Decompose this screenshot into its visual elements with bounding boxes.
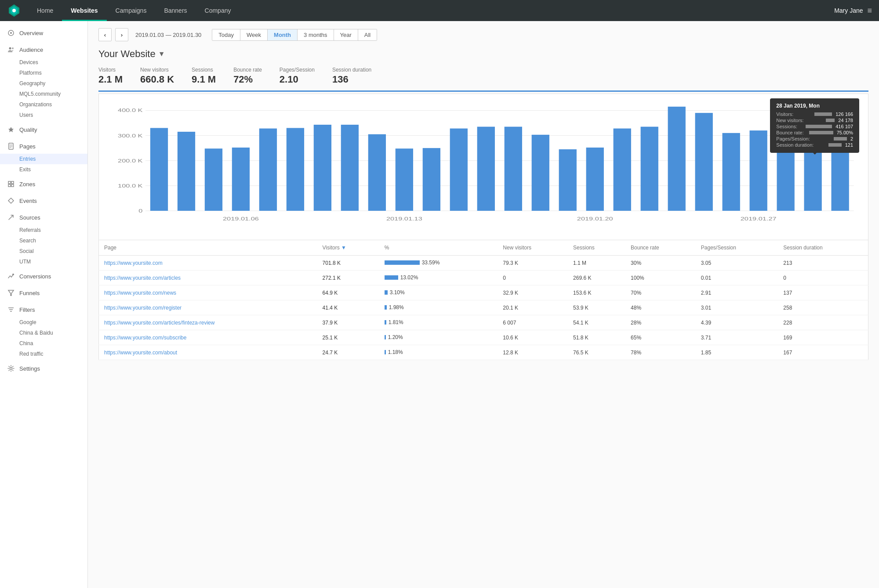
svg-marker-18	[8, 290, 14, 296]
chart-bar[interactable]	[205, 148, 222, 211]
chart-bar[interactable]	[314, 125, 331, 211]
table-row[interactable]: https://www.yoursite.com/register 41.4 K…	[99, 300, 868, 315]
next-date-button[interactable]: ›	[115, 28, 128, 41]
sidebar-sub-china[interactable]: China	[0, 338, 87, 349]
page-cell[interactable]: https://www.yoursite.com/articles	[99, 271, 317, 285]
chart-bar[interactable]	[341, 125, 359, 211]
chart-bar[interactable]	[450, 129, 468, 211]
logo-icon[interactable]	[7, 4, 21, 18]
main-content: ‹ › 2019.01.03 — 2019.01.30 TodayWeekMon…	[88, 21, 879, 588]
sidebar-sub-red-traffic[interactable]: Red traffic	[0, 349, 87, 359]
nav-item-company[interactable]: Company	[196, 0, 240, 21]
sidebar-item-audience[interactable]: Audience	[0, 42, 87, 57]
sessions-cell: 51.8 K	[568, 330, 625, 345]
chart-bar[interactable]	[423, 148, 440, 211]
page-cell[interactable]: https://www.yoursite.com/register	[99, 300, 317, 315]
chart-bar[interactable]	[150, 128, 168, 211]
chart-bar[interactable]	[505, 127, 522, 211]
sidebar-sub-referrals[interactable]: Referrals	[0, 225, 87, 235]
sidebar-label-events: Events	[19, 198, 37, 204]
stats-row: Visitors2.1 MNew visitors660.8 KSessions…	[98, 67, 868, 92]
sidebar-item-quality[interactable]: Quality	[0, 122, 87, 137]
sidebar-item-events[interactable]: Events	[0, 193, 87, 208]
sidebar-item-sources[interactable]: Sources	[0, 210, 87, 225]
sidebar-sub-exits[interactable]: Exits	[0, 164, 87, 175]
sidebar-sub-users[interactable]: Users	[0, 110, 87, 120]
sidebar-sub-search[interactable]: Search	[0, 235, 87, 246]
chart-bar[interactable]	[668, 107, 686, 211]
period-btn-year[interactable]: Year	[334, 29, 358, 40]
period-btn-today[interactable]: Today	[212, 29, 240, 40]
table-header-visitors--[interactable]: Visitors ▼	[317, 240, 379, 256]
sessions-cell: 54.1 K	[568, 315, 625, 330]
nav-item-banners[interactable]: Banners	[155, 0, 196, 21]
pct-bar-fill	[385, 320, 386, 325]
sidebar-sub-geography[interactable]: Geography	[0, 78, 87, 89]
sidebar-sub-google[interactable]: Google	[0, 317, 87, 328]
chart-bar[interactable]	[750, 130, 767, 211]
tooltip-row: New visitors:24 178	[776, 118, 853, 123]
period-btn-week[interactable]: Week	[240, 29, 268, 40]
page-cell[interactable]: https://www.yoursite.com	[99, 256, 317, 271]
svg-rect-12	[8, 181, 11, 184]
stat-label-visitors: Visitors	[98, 67, 123, 73]
date-bar: ‹ › 2019.01.03 — 2019.01.30 TodayWeekMon…	[98, 28, 868, 41]
period-btn-month[interactable]: Month	[268, 29, 298, 40]
chart-bar[interactable]	[287, 128, 304, 211]
sidebar-item-pages[interactable]: Pages	[0, 139, 87, 154]
chart-bar[interactable]	[614, 129, 631, 211]
sidebar-sub-organizations[interactable]: Organizations	[0, 99, 87, 110]
chart-bar[interactable]	[396, 148, 413, 211]
chart-bar[interactable]	[559, 149, 577, 211]
sidebar-sub-entries[interactable]: Entries	[0, 154, 87, 164]
nav-item-home[interactable]: Home	[28, 0, 62, 21]
bounce-rate-cell: 28%	[625, 315, 696, 330]
chart-bar[interactable]	[259, 129, 277, 211]
sidebar-item-conversions[interactable]: Conversions	[0, 269, 87, 284]
page-cell[interactable]: https://www.yoursite.com/articles/fintez…	[99, 315, 317, 330]
table-row[interactable]: https://www.yoursite.com/about 24.7 K 1.…	[99, 345, 868, 360]
sidebar-item-settings[interactable]: Settings	[0, 361, 87, 376]
nav-item-websites[interactable]: Websites	[62, 0, 106, 21]
chart-bar[interactable]	[641, 127, 658, 211]
sidebar-item-overview[interactable]: Overview	[0, 25, 87, 40]
chart-bar[interactable]	[723, 133, 740, 211]
page-cell[interactable]: https://www.yoursite.com/subscribe	[99, 330, 317, 345]
page-cell[interactable]: https://www.yoursite.com/news	[99, 285, 317, 300]
tooltip-bar	[809, 131, 833, 134]
sidebar-sub-devices[interactable]: Devices	[0, 57, 87, 68]
chart-bar[interactable]	[178, 132, 195, 211]
user-menu-icon[interactable]: ≡	[867, 6, 872, 15]
chart-bar[interactable]	[586, 148, 604, 211]
filter-icon	[7, 306, 15, 314]
chart-bar[interactable]	[695, 113, 713, 211]
sidebar-sub-china-baidu[interactable]: China & Baidu	[0, 328, 87, 338]
bounce-rate-cell: 30%	[625, 256, 696, 271]
sidebar-sub-mql5[interactable]: MQL5.community	[0, 89, 87, 99]
table-row[interactable]: https://www.yoursite.com/news 64.9 K 3.1…	[99, 285, 868, 300]
chart-bar[interactable]	[232, 148, 250, 211]
chart-bar[interactable]	[477, 127, 495, 211]
sidebar-label-overview: Overview	[19, 30, 43, 36]
sidebar-sub-social[interactable]: Social	[0, 246, 87, 256]
period-btn-all[interactable]: All	[358, 29, 377, 40]
bounce-rate-cell: 48%	[625, 300, 696, 315]
prev-date-button[interactable]: ‹	[98, 28, 112, 41]
website-title[interactable]: Your Website ▼	[98, 48, 868, 60]
sidebar-sub-utm[interactable]: UTM	[0, 256, 87, 267]
sidebar-item-zones[interactable]: Zones	[0, 177, 87, 191]
page-cell[interactable]: https://www.yoursite.com/about	[99, 345, 317, 360]
table-row[interactable]: https://www.yoursite.com/articles 272.1 …	[99, 271, 868, 285]
nav-item-campaigns[interactable]: Campaigns	[107, 0, 156, 21]
table-row[interactable]: https://www.yoursite.com/articles/fintez…	[99, 315, 868, 330]
table-row[interactable]: https://www.yoursite.com 701.8 K 33.59% …	[99, 256, 868, 271]
y-axis-label: 400.0 K	[118, 108, 142, 113]
table-row[interactable]: https://www.yoursite.com/subscribe 25.1 …	[99, 330, 868, 345]
chart-bar[interactable]	[532, 135, 549, 211]
sessions-cell: 153.6 K	[568, 285, 625, 300]
period-btn-3-months[interactable]: 3 months	[298, 29, 334, 40]
sidebar-item-filters[interactable]: Filters	[0, 302, 87, 317]
sidebar-item-funnels[interactable]: Funnels	[0, 285, 87, 300]
chart-bar[interactable]	[368, 134, 386, 211]
sidebar-sub-platforms[interactable]: Platforms	[0, 68, 87, 78]
